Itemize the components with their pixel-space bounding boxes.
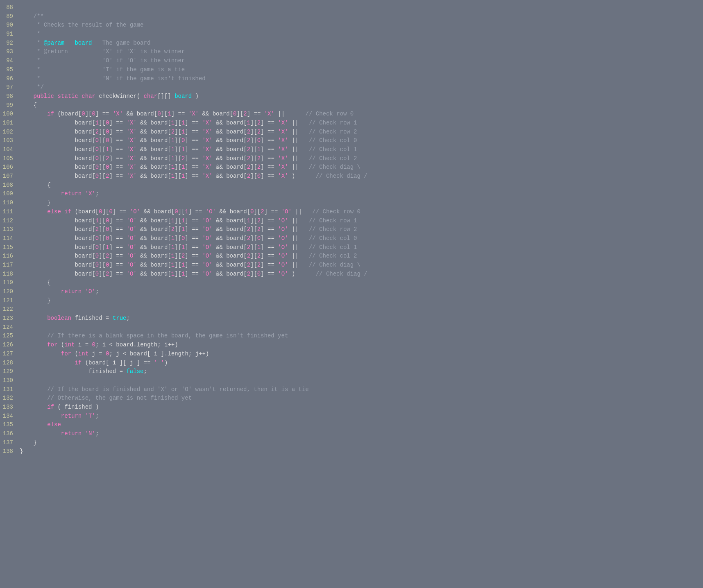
line-125: 125 // If there is a blank space in the …	[0, 332, 703, 341]
line-111: 111 else if (board[0][0] == 'O' && board…	[0, 208, 703, 217]
line-134: 134 return 'T';	[0, 412, 703, 421]
line-127: 127 for (int j = 0; j < board[ i ].lengt…	[0, 350, 703, 359]
line-90: 90 * Checks the result of the game	[0, 21, 703, 30]
line-103: 103 board[0][0] == 'X' && board[1][0] ==…	[0, 136, 703, 145]
line-138: 138 }	[0, 447, 703, 456]
line-93: 93 * @return 'X' if 'X' is the winner	[0, 47, 703, 57]
code-editor: 88 89 /** 90 * Checks the result of the …	[0, 0, 703, 459]
line-92: 92 * @param board The game board	[0, 39, 703, 48]
line-122: 122	[0, 305, 703, 314]
line-88: 88	[0, 3, 703, 12]
line-133: 133 if ( finished )	[0, 403, 703, 412]
line-119: 119 {	[0, 278, 703, 287]
line-130: 130	[0, 376, 703, 385]
line-95: 95 * 'T' if the game is a tie	[0, 66, 703, 75]
line-96: 96 * 'N' if the game isn't finished	[0, 75, 703, 84]
line-126: 126 for (int i = 0; i < board.length; i+…	[0, 341, 703, 350]
line-117: 117 board[0][0] == 'O' && board[1][1] ==…	[0, 261, 703, 270]
line-105: 105 board[0][2] == 'X' && board[1][2] ==…	[0, 154, 703, 163]
line-129: 129 finished = false;	[0, 367, 703, 376]
line-137: 137 }	[0, 439, 703, 448]
line-136: 136 return 'N';	[0, 430, 703, 439]
line-101: 101 board[1][0] == 'X' && board[1][1] ==…	[0, 119, 703, 128]
line-109: 109 return 'X';	[0, 190, 703, 199]
line-116: 116 board[0][2] == 'O' && board[1][2] ==…	[0, 252, 703, 261]
line-120: 120 return 'O';	[0, 287, 703, 296]
line-94: 94 * 'O' if 'O' is the winner	[0, 57, 703, 66]
line-114: 114 board[0][0] == 'O' && board[1][0] ==…	[0, 234, 703, 243]
line-108: 108 {	[0, 181, 703, 190]
line-112: 112 board[1][0] == 'O' && board[1][1] ==…	[0, 217, 703, 226]
line-99: 99 {	[0, 101, 703, 110]
line-124: 124	[0, 323, 703, 332]
line-131: 131 // If the board is finished and 'X' …	[0, 385, 703, 394]
line-123: 123 boolean finished = true;	[0, 314, 703, 323]
line-110: 110 }	[0, 199, 703, 208]
line-121: 121 }	[0, 296, 703, 305]
line-106: 106 board[0][0] == 'X' && board[1][1] ==…	[0, 163, 703, 172]
line-102: 102 board[2][0] == 'X' && board[2][1] ==…	[0, 128, 703, 137]
line-100: 100 if (board[0][0] == 'X' && board[0][1…	[0, 110, 703, 119]
line-115: 115 board[0][1] == 'O' && board[1][1] ==…	[0, 243, 703, 252]
line-135: 135 else	[0, 421, 703, 430]
line-132: 132 // Otherwise, the game is not finish…	[0, 394, 703, 403]
line-91: 91 *	[0, 30, 703, 39]
line-118: 118 board[0][2] == 'O' && board[1][1] ==…	[0, 270, 703, 279]
line-128: 128 if (board[ i ][ j ] == ' ')	[0, 359, 703, 368]
line-113: 113 board[2][0] == 'O' && board[2][1] ==…	[0, 225, 703, 234]
line-97: 97 */	[0, 83, 703, 92]
line-89: 89 /**	[0, 12, 703, 21]
line-98: 98 public static char checkWinner( char[…	[0, 92, 703, 101]
line-107: 107 board[0][2] == 'X' && board[1][1] ==…	[0, 172, 703, 181]
line-104: 104 board[0][1] == 'X' && board[1][1] ==…	[0, 145, 703, 154]
